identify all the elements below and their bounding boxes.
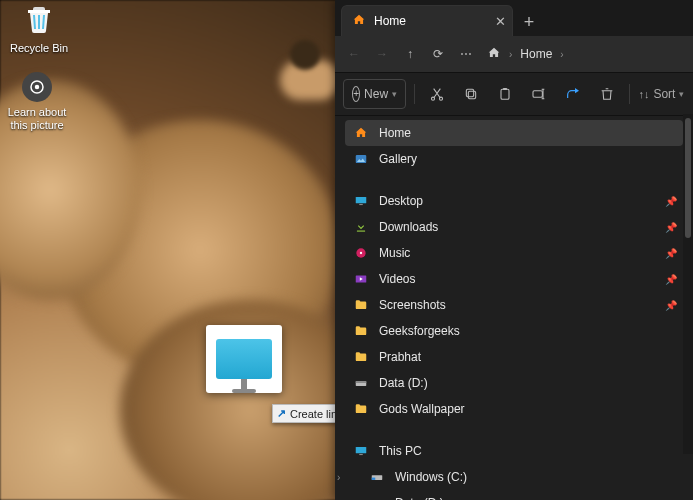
sidebar-item-windows-c[interactable]: › Windows (C:) [345, 464, 683, 490]
chevron-right-icon[interactable]: › [337, 472, 340, 483]
gallery-icon [353, 151, 369, 167]
svg-rect-4 [468, 91, 475, 98]
sidebar-item-label: This PC [379, 444, 422, 458]
refresh-button[interactable]: ⟳ [425, 41, 451, 67]
sidebar-item-label: Gods Wallpaper [379, 402, 465, 416]
sidebar-item-label: Videos [379, 272, 415, 286]
wallpaper-blob [290, 40, 320, 70]
recycle-bin-icon [21, 2, 57, 38]
svg-rect-11 [359, 204, 363, 205]
sidebar-item-videos[interactable]: Videos 📌 [345, 266, 683, 292]
desktop-icon [353, 193, 369, 209]
breadcrumb[interactable]: › Home › [487, 46, 564, 63]
folder-icon [353, 401, 369, 417]
delete-button[interactable] [593, 80, 621, 108]
drive-icon [369, 495, 385, 500]
close-icon[interactable]: ✕ [495, 14, 506, 29]
desktop-icon-label: Learn about this picture [2, 106, 72, 132]
tab-home[interactable]: Home ✕ [341, 5, 513, 36]
svg-point-1 [35, 85, 40, 90]
sidebar-item-label: Data (D:) [379, 376, 428, 390]
svg-rect-17 [356, 381, 367, 383]
home-icon [353, 125, 369, 141]
sidebar-item-label: Downloads [379, 220, 438, 234]
pin-icon[interactable]: 📌 [665, 248, 677, 259]
sidebar-item-this-pc[interactable]: This PC [345, 438, 683, 464]
shortcut-arrow-icon: ↗ [277, 407, 286, 420]
sidebar-item-data-d[interactable]: › Data (D:) [345, 490, 683, 500]
pin-icon[interactable]: 📌 [665, 274, 677, 285]
sidebar-item-home[interactable]: Home [345, 120, 683, 146]
tab-label: Home [374, 14, 406, 28]
sidebar-item-data-d[interactable]: Data (D:) [345, 370, 683, 396]
separator [629, 84, 630, 104]
svg-point-3 [439, 97, 442, 100]
sort-icon: ↑↓ [638, 88, 649, 100]
sidebar-item-label: Data (D:) [395, 496, 444, 500]
more-nav-button[interactable]: ⋯ [453, 41, 479, 67]
forward-button[interactable]: → [369, 41, 395, 67]
sidebar-item-label: Geeksforgeeks [379, 324, 460, 338]
paste-button[interactable] [491, 80, 519, 108]
svg-point-2 [431, 97, 434, 100]
rename-button[interactable] [525, 80, 553, 108]
pin-icon[interactable]: 📌 [665, 222, 677, 233]
sidebar-item-label: Music [379, 246, 410, 260]
svg-point-14 [360, 252, 362, 254]
chevron-right-icon: › [560, 49, 563, 60]
scrollbar[interactable] [683, 114, 693, 454]
up-button[interactable]: ↑ [397, 41, 423, 67]
back-button[interactable]: ← [341, 41, 367, 67]
tab-bar: Home ✕ + [335, 0, 693, 36]
svg-rect-12 [357, 231, 365, 232]
address-bar: ← → ↑ ⟳ ⋯ › Home › [335, 36, 693, 73]
sidebar-item-music[interactable]: Music 📌 [345, 240, 683, 266]
sidebar-item-geeksforgeeks[interactable]: Geeksforgeeks [345, 318, 683, 344]
drive-icon [369, 469, 385, 485]
this-pc-icon [353, 443, 369, 459]
monitor-icon [216, 339, 272, 379]
desktop-icon-label: Recycle Bin [4, 42, 74, 55]
sidebar-item-screenshots[interactable]: Screenshots 📌 [345, 292, 683, 318]
home-icon [487, 46, 501, 63]
new-button-label: New [364, 87, 388, 101]
chevron-right-icon: › [509, 49, 512, 60]
drag-preview-this-pc [206, 325, 282, 393]
cut-button[interactable] [423, 80, 451, 108]
svg-rect-18 [356, 447, 367, 453]
svg-rect-19 [359, 454, 363, 455]
spotlight-icon [22, 72, 52, 102]
sidebar-item-label: Home [379, 126, 411, 140]
folder-icon [353, 297, 369, 313]
home-icon [352, 13, 366, 30]
drive-icon [353, 375, 369, 391]
sidebar-item-label: Desktop [379, 194, 423, 208]
copy-button[interactable] [457, 80, 485, 108]
sidebar-item-label: Prabhat [379, 350, 421, 364]
download-icon [353, 219, 369, 235]
pin-icon[interactable]: 📌 [665, 300, 677, 311]
file-explorer-window: Home ✕ + ← → ↑ ⟳ ⋯ › Home › + New ▾ ↑ [335, 0, 693, 500]
sort-button[interactable]: ↑↓ Sort ▾ [638, 80, 685, 108]
chevron-down-icon: ▾ [679, 89, 684, 99]
scrollbar-thumb[interactable] [685, 118, 691, 238]
svg-rect-5 [466, 89, 473, 96]
sidebar-item-downloads[interactable]: Downloads 📌 [345, 214, 683, 240]
sidebar-item-gods-wallpaper[interactable]: Gods Wallpaper [345, 396, 683, 422]
pin-icon[interactable]: 📌 [665, 196, 677, 207]
sidebar-item-desktop[interactable]: Desktop 📌 [345, 188, 683, 214]
svg-rect-10 [356, 197, 367, 203]
sidebar-item-prabhat[interactable]: Prabhat [345, 344, 683, 370]
svg-rect-7 [503, 88, 507, 90]
sidebar-item-label: Windows (C:) [395, 470, 467, 484]
toolbar: + New ▾ ↑↓ Sort ▾ [335, 73, 693, 116]
new-tab-button[interactable]: + [515, 8, 543, 36]
video-icon [353, 271, 369, 287]
separator [345, 172, 683, 188]
sidebar-item-gallery[interactable]: Gallery [345, 146, 683, 172]
new-button[interactable]: + New ▾ [343, 79, 406, 109]
desktop-icon-learn-about-picture[interactable]: Learn about this picture [2, 72, 72, 132]
share-button[interactable] [559, 80, 587, 108]
breadcrumb-item[interactable]: Home [520, 47, 552, 61]
desktop-icon-recycle-bin[interactable]: Recycle Bin [4, 2, 74, 55]
